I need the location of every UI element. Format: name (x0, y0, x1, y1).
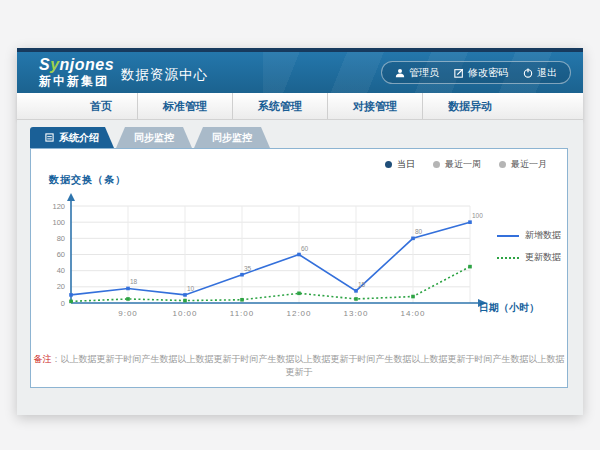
svg-text:0: 0 (61, 299, 65, 308)
svg-text:11:00: 11:00 (230, 309, 254, 318)
line-chart: 0204060801001209:0010:0011:0012:0013:001… (41, 191, 511, 331)
solid-line-swatch (497, 235, 519, 237)
svg-text:12:00: 12:00 (286, 309, 311, 318)
footnote: 备注：以上数据更新于时间产生数据以上数据更新于时间产生数据以上数据更新于时间产生… (31, 353, 567, 379)
tab-bar: 系统介绍 同步监控 同步监控 (30, 127, 270, 148)
radio-icon (433, 161, 440, 168)
tab-system-intro[interactable]: 系统介绍 (30, 127, 114, 148)
app-window: Synjones 新中新集团 数据资源中心 管理员 修改 (17, 48, 583, 415)
app-header: Synjones 新中新集团 数据资源中心 管理员 修改 (17, 52, 583, 93)
time-range-filter: 当日 最近一周 最近一月 (385, 158, 547, 171)
user-icon (395, 68, 405, 78)
svg-text:60: 60 (301, 245, 309, 252)
svg-text:14:00: 14:00 (400, 309, 425, 318)
svg-text:120: 120 (52, 202, 65, 211)
user-menu: 管理员 修改密码 退出 (381, 61, 571, 84)
change-password-button[interactable]: 修改密码 (454, 66, 508, 80)
current-user-label: 管理员 (409, 66, 439, 80)
chart-card: 当日 最近一周 最近一月 数据交换（条） 0204060801001209:00… (30, 148, 568, 388)
svg-text:100: 100 (472, 212, 483, 219)
chart-legend: 新增数据 更新数据 (497, 229, 561, 264)
logo-accent-letter: y (50, 56, 59, 73)
content-area: 系统介绍 同步监控 同步监控 当日 最近一周 (17, 120, 583, 415)
logout-button[interactable]: 退出 (523, 66, 557, 80)
svg-text:10: 10 (187, 285, 195, 292)
svg-text:80: 80 (57, 234, 65, 243)
page-title: 数据资源中心 (121, 66, 208, 84)
svg-text:9:00: 9:00 (118, 309, 138, 318)
nav-item-data-changes[interactable]: 数据异动 (423, 93, 517, 119)
change-password-label: 修改密码 (468, 66, 508, 80)
svg-text:18: 18 (130, 278, 138, 285)
svg-text:80: 80 (415, 228, 423, 235)
current-user-button[interactable]: 管理员 (395, 66, 439, 80)
nav-item-system-management[interactable]: 系统管理 (233, 93, 328, 119)
radio-icon (499, 161, 506, 168)
svg-text:13:00: 13:00 (343, 309, 368, 318)
tab-sync-monitor-1[interactable]: 同步监控 (116, 127, 192, 148)
svg-text:20: 20 (57, 282, 65, 291)
tab-label: 系统介绍 (59, 127, 99, 148)
company-logo: Synjones 新中新集团 (39, 57, 114, 87)
filter-option-last-week[interactable]: 最近一周 (433, 158, 481, 171)
footnote-label: 备注 (34, 354, 52, 364)
svg-text:60: 60 (57, 250, 65, 259)
svg-text:15: 15 (358, 281, 366, 288)
footnote-text: ：以上数据更新于时间产生数据以上数据更新于时间产生数据以上数据更新于时间产生数据… (52, 354, 565, 377)
nav-item-interface-management[interactable]: 对接管理 (328, 93, 423, 119)
svg-text:35: 35 (244, 265, 252, 272)
logo-subtext: 新中新集团 (39, 75, 114, 88)
power-icon (523, 68, 533, 78)
svg-text:100: 100 (52, 218, 65, 227)
svg-text:10:00: 10:00 (172, 309, 197, 318)
legend-item-updated-data[interactable]: 更新数据 (497, 251, 561, 264)
dotted-line-swatch (497, 257, 519, 259)
y-axis-title: 数据交换（条） (49, 173, 126, 187)
nav-item-standard-management[interactable]: 标准管理 (138, 93, 233, 119)
page-canvas: Synjones 新中新集团 数据资源中心 管理员 修改 (0, 0, 600, 450)
svg-text:40: 40 (57, 266, 65, 275)
nav-item-home[interactable]: 首页 (65, 93, 138, 119)
logo-text: Synjones (39, 57, 114, 74)
document-icon (45, 133, 54, 142)
x-axis-title: 日期（小时） (479, 301, 539, 315)
legend-item-new-data[interactable]: 新增数据 (497, 229, 561, 242)
logout-label: 退出 (537, 66, 557, 80)
main-nav: 首页 标准管理 系统管理 对接管理 数据异动 (17, 93, 583, 120)
tab-sync-monitor-2[interactable]: 同步监控 (194, 127, 270, 148)
filter-option-last-month[interactable]: 最近一月 (499, 158, 547, 171)
edit-icon (454, 68, 464, 78)
radio-icon (385, 161, 392, 168)
filter-option-today[interactable]: 当日 (385, 158, 415, 171)
